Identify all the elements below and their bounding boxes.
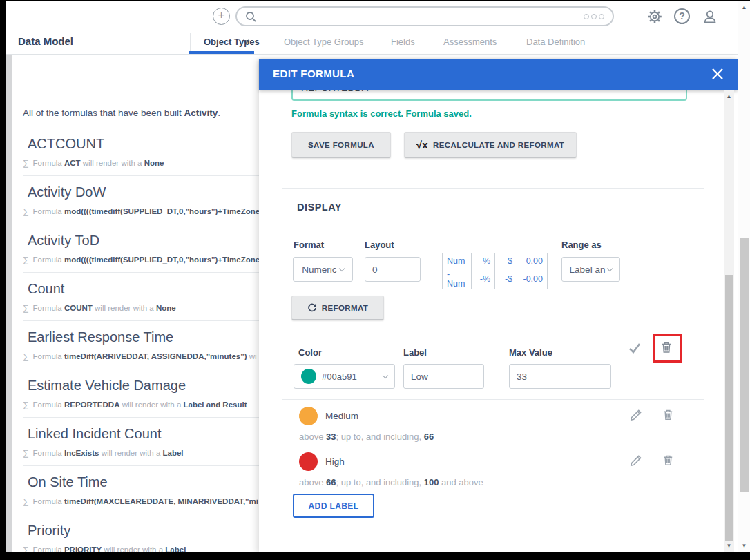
medium-color-swatch bbox=[299, 407, 318, 425]
formula-summary: ∑Formula IncExists will render with a La… bbox=[23, 448, 259, 458]
data-model-dropdown[interactable]: Data Model bbox=[18, 35, 73, 47]
scroll-down-arrow-icon[interactable]: ▼ bbox=[738, 543, 750, 550]
edit-formula-modal: REPORTEDDA EDIT FORMULA Formula syntax i… bbox=[259, 59, 738, 552]
color-label: Color bbox=[298, 347, 322, 358]
refresh-icon bbox=[307, 303, 317, 313]
high-color-swatch bbox=[299, 452, 318, 471]
formula-summary: ∑Formula timeDiff(ARRIVEDDAT, ASSIGNEDDA… bbox=[23, 351, 259, 361]
list-item: Priority ∑Formula PRIORITY will render w… bbox=[23, 514, 259, 552]
label-input-value: Low bbox=[411, 371, 428, 382]
sigma-icon: ∑ bbox=[23, 206, 29, 216]
help-icon[interactable]: ? bbox=[673, 8, 691, 25]
search-bar[interactable] bbox=[235, 6, 614, 26]
label-range-description: above 33; up to, and including, 66 bbox=[299, 432, 434, 442]
modal-scrollbar[interactable]: ▲ ▼ bbox=[724, 90, 734, 552]
row-divider bbox=[282, 450, 704, 450]
scroll-up-arrow-icon[interactable]: ▲ bbox=[738, 4, 750, 11]
label-name-medium: Medium bbox=[325, 411, 358, 421]
display-section-heading: DISPLAY bbox=[297, 202, 342, 213]
chevron-down-icon bbox=[607, 265, 613, 271]
sigma-icon: ∑ bbox=[23, 448, 29, 458]
close-icon[interactable] bbox=[710, 66, 725, 81]
sigma-icon: ∑ bbox=[23, 400, 29, 409]
range-as-label: Range as bbox=[561, 240, 602, 250]
tab-fields[interactable]: Fields bbox=[391, 37, 415, 47]
recalculate-and-reformat-button[interactable]: √x RECALCULATE AND REFORMAT bbox=[404, 132, 577, 158]
formula-title[interactable]: Estimate Vehicle Damage bbox=[28, 378, 259, 394]
scroll-down-arrow-icon[interactable]: ▼ bbox=[724, 543, 734, 550]
search-icon bbox=[245, 11, 256, 22]
formula-title[interactable]: Linked Incident Count bbox=[28, 426, 259, 442]
tab-data-definition[interactable]: Data Definition bbox=[526, 37, 585, 47]
range-as-select[interactable]: Label an bbox=[561, 257, 620, 282]
list-item: On Site Time ∑Formula timeDiff(MAXCLEARE… bbox=[23, 466, 259, 514]
scroll-up-arrow-icon[interactable]: ▲ bbox=[724, 93, 734, 100]
formula-title[interactable]: Activity DoW bbox=[28, 184, 259, 200]
formula-summary: ∑Formula mod((((timediff(SUPPLIED_DT,0,"… bbox=[23, 206, 259, 216]
list-item: ACTCOUNT ∑Formula ACT will render with a… bbox=[23, 128, 259, 176]
modal-title: EDIT FORMULA bbox=[273, 68, 354, 79]
search-options-icon[interactable] bbox=[584, 14, 604, 19]
edit-pencil-icon[interactable] bbox=[629, 454, 644, 470]
top-bar: + ? bbox=[6, 1, 738, 30]
list-item: Linked Incident Count ∑Formula IncExists… bbox=[23, 418, 259, 466]
formula-summary: ∑Formula timeDiff(MAXCLEAREDDATE, MINARR… bbox=[23, 496, 259, 506]
delete-trash-icon[interactable] bbox=[662, 408, 677, 423]
tab-assessments[interactable]: Assessments bbox=[443, 37, 497, 47]
sigma-icon: ∑ bbox=[23, 496, 29, 506]
list-item: Estimate Vehicle Damage ∑Formula REPORTE… bbox=[23, 369, 259, 418]
list-item: Earliest Response Time ∑Formula timeDiff… bbox=[23, 321, 259, 369]
user-profile-icon[interactable] bbox=[701, 8, 718, 25]
save-formula-button[interactable]: SAVE FORMULA bbox=[291, 132, 391, 158]
sigma-icon: ∑ bbox=[23, 303, 29, 313]
formula-title[interactable]: On Site Time bbox=[28, 474, 259, 490]
table-cell: -% bbox=[472, 269, 495, 289]
table-cell: -Num bbox=[443, 269, 472, 289]
page-scrollbar[interactable]: ▲ ▼ bbox=[738, 1, 750, 552]
confirm-check-icon[interactable] bbox=[627, 340, 642, 356]
color-swatch bbox=[301, 369, 316, 384]
table-cell: -0.00 bbox=[517, 269, 548, 289]
scrollbar-thumb[interactable] bbox=[725, 275, 733, 541]
max-value-input[interactable]: 33 bbox=[509, 364, 611, 389]
add-label-button[interactable]: ADD LABEL bbox=[293, 494, 374, 518]
formula-summary: ∑Formula REPORTEDDA will render with a L… bbox=[23, 400, 259, 409]
formula-title[interactable]: Priority bbox=[28, 523, 259, 539]
add-icon[interactable]: + bbox=[213, 8, 230, 25]
scrollbar-thumb[interactable] bbox=[740, 238, 749, 492]
max-value-label: Max Value bbox=[509, 347, 552, 358]
formula-summary: ∑Formula mod((((timediff(SUPPLIED_DT,0,"… bbox=[23, 255, 259, 264]
edit-pencil-icon[interactable] bbox=[629, 409, 644, 424]
format-preview-table: Num % $ 0.00 -Num -% -$ -0.00 bbox=[442, 253, 548, 289]
format-label: Format bbox=[294, 240, 324, 250]
reformat-button[interactable]: REFORMAT bbox=[291, 296, 384, 320]
table-cell: % bbox=[472, 253, 495, 269]
chevron-down-icon bbox=[383, 372, 388, 378]
tab-object-types[interactable]: Object Types bbox=[204, 37, 260, 47]
sigma-icon: ∑ bbox=[23, 545, 29, 552]
sqrt-x-icon: √x bbox=[416, 139, 428, 151]
left-edge-strip bbox=[6, 55, 12, 552]
list-item: Count ∑Formula COUNT will render with a … bbox=[23, 273, 259, 321]
formula-title[interactable]: Earliest Response Time bbox=[28, 329, 259, 345]
delete-trash-icon[interactable] bbox=[660, 340, 675, 356]
range-as-select-value: Label an bbox=[570, 264, 606, 275]
formula-title[interactable]: Activity ToD bbox=[28, 233, 259, 249]
tab-object-type-groups[interactable]: Object Type Groups bbox=[284, 37, 363, 47]
sigma-icon: ∑ bbox=[23, 351, 29, 361]
layout-input[interactable]: 0 bbox=[365, 257, 421, 282]
color-select[interactable]: #00a591 bbox=[294, 364, 395, 389]
search-input[interactable] bbox=[262, 11, 584, 21]
format-select[interactable]: Numeric bbox=[293, 257, 353, 282]
formula-summary: ∑Formula ACT will render with a None bbox=[23, 158, 259, 168]
settings-gear-icon[interactable] bbox=[646, 8, 663, 25]
nav-divider bbox=[190, 33, 191, 51]
formula-title[interactable]: Count bbox=[28, 281, 259, 297]
table-cell: Num bbox=[443, 253, 472, 269]
label-input[interactable]: Low bbox=[403, 364, 484, 389]
row-divider bbox=[282, 399, 704, 400]
delete-trash-icon[interactable] bbox=[662, 454, 677, 469]
save-formula-label: SAVE FORMULA bbox=[308, 141, 374, 149]
chevron-down-icon bbox=[338, 265, 344, 271]
formula-title[interactable]: ACTCOUNT bbox=[28, 136, 259, 152]
